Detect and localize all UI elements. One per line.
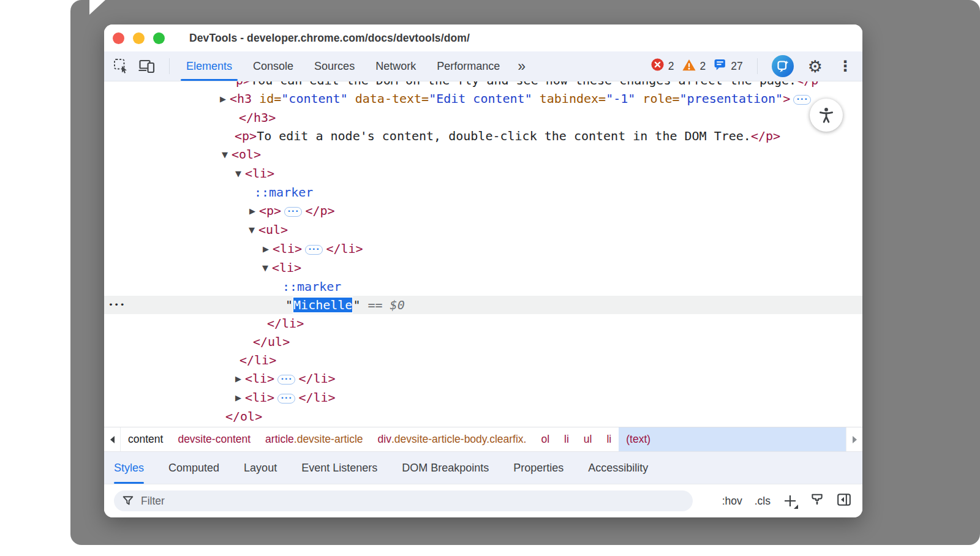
styles-pane-controls: :hov .cls (722, 492, 851, 509)
code-segment: p> (236, 81, 251, 88)
close-window-button[interactable] (113, 32, 124, 44)
disclosure-arrow-icon[interactable]: ▼ (249, 221, 258, 239)
breadcrumb-item[interactable]: article.devsite-article (258, 427, 371, 451)
minimize-window-button[interactable] (133, 32, 145, 44)
disclosure-arrow-icon[interactable]: ▼ (222, 146, 232, 164)
text-edit-box[interactable]: Michelle (293, 296, 353, 314)
inline-expand-ellipsis-icon[interactable]: ••• (793, 95, 811, 105)
tab-sources[interactable]: Sources (304, 51, 365, 81)
issues-icon[interactable] (714, 59, 726, 73)
device-toolbar-icon[interactable] (137, 56, 157, 77)
error-count[interactable]: 2 (668, 60, 674, 73)
disclosure-arrow-icon[interactable]: ▼ (235, 165, 245, 183)
toggle-element-state-button[interactable]: :hov (722, 495, 742, 508)
sidebar-tab-bar: StylesComputedLayoutEvent ListenersDOM B… (104, 451, 862, 484)
warning-count[interactable]: 2 (700, 60, 706, 73)
disclosure-arrow-icon[interactable]: ▼ (262, 259, 272, 277)
breadcrumb-item[interactable]: li (557, 427, 576, 451)
dom-tree-row[interactable]: ▼<ul> (104, 220, 862, 239)
dom-tree-row[interactable]: </ol> (104, 407, 862, 426)
dom-tree-row[interactable]: ▶<h3 id="attributes" data-text="Edit att… (104, 426, 862, 427)
dom-tree-row[interactable]: ▶<li>•••</li> (104, 369, 862, 388)
tab-network[interactable]: Network (365, 51, 426, 81)
dom-tree-row-content: ▶<li>•••</li> (104, 369, 862, 388)
dom-tree-row[interactable]: ▼<li> (104, 164, 862, 183)
disclosure-arrow-icon[interactable]: ▶ (249, 202, 259, 220)
breadcrumb-item[interactable]: (text) (619, 427, 846, 451)
ai-assistance-icon[interactable] (772, 55, 794, 77)
code-segment: </p> (305, 203, 334, 218)
inline-expand-ellipsis-icon[interactable]: ••• (284, 207, 302, 217)
breadcrumb-item[interactable]: devsite-content (170, 427, 258, 451)
dom-tree-row[interactable]: p>You can edit the DOM on the fly and se… (104, 81, 862, 89)
corner-triangle-icon (794, 505, 798, 509)
dom-tree-row[interactable]: ▼<li> (104, 258, 862, 277)
code-segment: To edit a node's content, double-click t… (257, 129, 751, 143)
disclosure-arrow-icon[interactable]: ▶ (263, 240, 273, 258)
dom-tree-row[interactable]: ▶<li>•••</li> (104, 239, 862, 258)
crumb-part: content (128, 433, 163, 446)
sidebar-tab-event-listeners[interactable]: Event Listeners (301, 452, 377, 484)
sidebar-tab-dom-breakpoints[interactable]: DOM Breakpoints (402, 452, 489, 484)
sidebar-tab-styles[interactable]: Styles (114, 452, 144, 484)
breadcrumb-scroll-left-button[interactable] (104, 427, 121, 451)
dom-tree-row[interactable]: ▶<h3 id="content" data-text="Edit conten… (104, 89, 862, 108)
maximize-window-button[interactable] (153, 32, 165, 44)
dom-tree-row[interactable]: </ul> (104, 332, 862, 351)
toggle-sidebar-icon[interactable] (837, 492, 851, 509)
warning-icon[interactable] (682, 59, 696, 74)
filter-input[interactable] (140, 494, 693, 508)
sidebar-tab-computed[interactable]: Computed (168, 452, 219, 484)
sidebar-tab-layout[interactable]: Layout (244, 452, 277, 484)
tab-console[interactable]: Console (243, 51, 304, 81)
inline-expand-ellipsis-icon[interactable]: ••• (305, 245, 323, 255)
dom-tree-row[interactable]: </li> (104, 314, 862, 332)
dom-tree-row[interactable]: </li> (104, 351, 862, 369)
disclosure-arrow-icon[interactable]: ▶ (221, 426, 230, 427)
dom-tree-row[interactable]: <p>To edit a node's content, double-clic… (104, 127, 862, 145)
accessibility-widget-button[interactable] (810, 99, 843, 132)
crumb-part: div (378, 433, 391, 446)
row-overflow-dots-icon[interactable]: ••• (108, 296, 126, 314)
tab-performance[interactable]: Performance (426, 51, 510, 81)
breadcrumb-bar: contentdevsite-contentarticle.devsite-ar… (104, 427, 862, 451)
dom-tree-row[interactable]: •••"Michelle" == $0 (104, 296, 862, 314)
sidebar-tab-accessibility[interactable]: Accessibility (588, 452, 648, 484)
element-classes-button[interactable]: .cls (755, 495, 771, 508)
breadcrumb-item[interactable]: li (599, 427, 619, 451)
dom-tree-row[interactable]: ::marker (104, 277, 862, 296)
settings-gear-icon[interactable]: ⚙ (808, 58, 823, 75)
error-icon[interactable] (651, 58, 664, 74)
inline-expand-ellipsis-icon[interactable]: ••• (277, 394, 295, 404)
breadcrumb-item[interactable]: div.devsite-article-body.clearfix. (371, 427, 534, 451)
dom-tree-row-content: ▼<li> (104, 164, 862, 183)
dom-tree-row[interactable]: ::marker (104, 183, 862, 201)
tab-elements[interactable]: Elements (176, 51, 243, 81)
disclosure-arrow-icon[interactable]: ▶ (235, 389, 245, 407)
dom-tree-row-content: p>You can edit the DOM on the fly and se… (104, 81, 862, 89)
inspect-element-icon[interactable] (111, 56, 131, 77)
disclosure-arrow-icon[interactable]: ▶ (220, 90, 230, 108)
breadcrumb-scroll-right-button[interactable] (846, 427, 862, 451)
breadcrumb-item[interactable]: ul (576, 427, 600, 451)
breadcrumb-item[interactable]: ol (533, 427, 557, 451)
breadcrumb-item[interactable]: content (121, 427, 170, 451)
code-segment: "-1" (606, 91, 635, 106)
dom-tree-row[interactable]: ▶<li>•••</li> (104, 388, 862, 407)
dom-tree-row[interactable]: </h3> (104, 108, 862, 127)
rendering-brush-icon[interactable] (810, 492, 824, 509)
new-style-rule-button[interactable] (783, 494, 797, 508)
kebab-menu-icon[interactable]: ⋮ (838, 58, 853, 75)
dom-tree-row[interactable]: ▶<p>•••</p> (104, 201, 862, 220)
more-tabs-button[interactable]: » (510, 58, 531, 75)
dom-tree-row[interactable]: ▼<ol> (104, 145, 862, 164)
code-segment: </ol> (225, 409, 262, 424)
disclosure-arrow-icon[interactable]: ▶ (235, 370, 245, 388)
code-segment: </p> (751, 129, 780, 143)
filter-field[interactable] (114, 490, 693, 511)
inline-expand-ellipsis-icon[interactable]: ••• (277, 375, 295, 385)
issues-count[interactable]: 27 (731, 60, 742, 73)
crumb-part: li (606, 433, 611, 446)
crumb-part: ol (541, 433, 549, 446)
sidebar-tab-properties[interactable]: Properties (513, 452, 564, 484)
